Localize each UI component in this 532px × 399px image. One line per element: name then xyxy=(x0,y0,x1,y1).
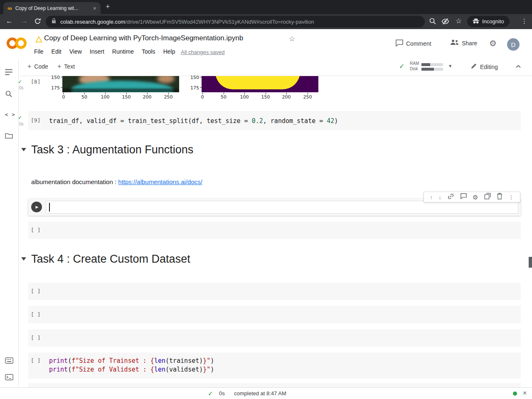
plus-icon: + xyxy=(57,63,61,70)
code-cell[interactable]: [ ] xyxy=(28,283,521,300)
comment-button[interactable]: Comment xyxy=(396,39,431,48)
star-notebook-icon[interactable]: ☆ xyxy=(289,34,295,43)
menu-view[interactable]: View xyxy=(69,48,82,55)
share-button[interactable]: Share xyxy=(450,39,477,47)
disk-usage-fill xyxy=(421,68,434,71)
move-cell-down-icon[interactable]: ↓ xyxy=(438,195,441,200)
text-cursor xyxy=(49,203,50,212)
browser-menu-icon[interactable]: ⋮ xyxy=(521,17,527,25)
move-cell-up-icon[interactable]: ↑ xyxy=(430,195,433,200)
resources-caret-icon[interactable]: ▾ xyxy=(449,63,452,69)
incognito-badge[interactable]: Incognito xyxy=(467,16,510,27)
menu-help[interactable]: Help xyxy=(163,48,175,55)
reload-icon[interactable] xyxy=(34,18,41,27)
account-avatar[interactable]: D xyxy=(507,38,520,51)
tick-mark xyxy=(202,93,203,94)
code-editor[interactable]: print(f"Size of Trainset : {len(trainset… xyxy=(49,357,214,374)
close-status-icon[interactable]: × xyxy=(523,389,527,397)
tick-mark xyxy=(126,93,127,94)
code-snippets-icon[interactable]: < > xyxy=(5,112,15,118)
tab-title: Copy of Deep Learning wit... xyxy=(15,5,90,11)
collapse-toolbar-icon[interactable] xyxy=(515,63,522,72)
terminal-icon[interactable] xyxy=(5,374,13,382)
code-cell[interactable]: [ ] xyxy=(28,306,521,323)
keyboard-icon[interactable] xyxy=(5,357,13,365)
tick-mark xyxy=(61,87,62,88)
eye-off-icon[interactable] xyxy=(441,18,449,27)
colab-favicon-icon: ∞ xyxy=(7,5,12,11)
menu-file[interactable]: File xyxy=(34,48,44,55)
table-of-contents-icon[interactable] xyxy=(5,69,13,77)
tick-mark xyxy=(84,93,85,94)
tick-mark xyxy=(61,77,62,77)
x-tick-label: 100 xyxy=(99,94,111,100)
segmentation-mask-region xyxy=(215,76,300,89)
zoom-icon[interactable] xyxy=(429,17,436,27)
code-cell[interactable]: [9] train_df, valid_df = train_test_spli… xyxy=(28,111,521,130)
tick-mark xyxy=(308,93,308,94)
code-cell[interactable] xyxy=(28,383,521,387)
colab-logo-icon[interactable] xyxy=(6,35,27,53)
search-icon[interactable] xyxy=(5,90,12,99)
menu-tools[interactable]: Tools xyxy=(142,48,155,55)
files-folder-icon[interactable] xyxy=(5,133,13,140)
add-code-button[interactable]: + Code xyxy=(27,63,48,70)
markdown-paragraph: albumentation documentation : https://al… xyxy=(31,178,202,185)
mirror-cell-icon[interactable] xyxy=(484,193,491,201)
code-cell[interactable]: [ ] print(f"Size of Trainset : {len(trai… xyxy=(28,352,521,379)
colab-header: Copy of Deep Learning with PyTorch-Image… xyxy=(0,29,532,59)
x-tick-label: 0 xyxy=(196,94,209,100)
x-tick-label: 200 xyxy=(280,94,293,100)
runtime-status-check-icon: ✓ xyxy=(399,62,404,70)
ram-usage-bar[interactable] xyxy=(421,63,443,66)
copy-link-to-cell-icon[interactable] xyxy=(447,193,454,202)
y-tick-label: 175 xyxy=(50,85,60,91)
browser-tab[interactable]: ∞ Copy of Deep Learning wit... × xyxy=(3,2,101,14)
settings-gear-icon[interactable]: ⚙ xyxy=(489,38,497,48)
browser-tab-bar: ∞ Copy of Deep Learning wit... × + xyxy=(0,0,532,14)
execution-count-label[interactable]: [ ] xyxy=(31,335,40,341)
execution-count-label[interactable]: [ ] xyxy=(31,357,40,364)
editing-mode-button[interactable]: Editing xyxy=(470,63,498,71)
add-comment-icon[interactable] xyxy=(461,193,467,201)
delete-cell-icon[interactable] xyxy=(497,193,502,201)
back-icon[interactable]: ← xyxy=(6,17,13,25)
execution-count-label[interactable]: [ ] xyxy=(31,227,40,233)
ram-usage-fill xyxy=(421,63,430,66)
code-cell[interactable]: [ ] xyxy=(28,222,521,239)
execution-count-label[interactable]: [9] xyxy=(31,117,40,123)
code-editor[interactable]: train_df, valid_df = train_test_split(df… xyxy=(49,117,338,126)
code-editor[interactable] xyxy=(46,201,518,214)
tick-mark xyxy=(266,93,266,94)
editor-settings-gear-icon[interactable]: ⚙ xyxy=(473,194,478,200)
forward-icon[interactable]: → xyxy=(21,17,28,25)
add-text-button[interactable]: + Text xyxy=(57,63,75,70)
execution-count-label[interactable]: [ ] xyxy=(31,311,40,318)
left-sidebar-rail: < > xyxy=(0,59,19,386)
tab-close-icon[interactable]: × xyxy=(93,5,96,11)
run-cell-button[interactable]: ▶ xyxy=(31,202,42,212)
section-collapse-icon[interactable] xyxy=(21,148,26,151)
more-cell-actions-icon[interactable]: ⋮ xyxy=(509,195,514,200)
notebook-toolbar: + Code + Text ✓ RAM Disk ▾ Editing xyxy=(0,59,532,76)
tick-mark xyxy=(224,93,224,94)
execution-count-label[interactable]: [8] xyxy=(31,79,40,85)
menu-insert[interactable]: Insert xyxy=(90,48,104,55)
notebook-title[interactable]: Copy of Deep Learning with PyTorch-Image… xyxy=(44,34,243,42)
section-collapse-icon[interactable] xyxy=(21,257,26,261)
menu-edit[interactable]: Edit xyxy=(52,48,62,55)
scrollbar-thumb[interactable] xyxy=(529,257,532,268)
x-tick-label: 50 xyxy=(78,94,91,100)
menu-runtime[interactable]: Runtime xyxy=(112,48,134,55)
new-tab-button[interactable]: + xyxy=(106,2,110,11)
disk-usage-bar[interactable] xyxy=(421,68,443,71)
code-cell[interactable]: [ ] xyxy=(28,329,521,347)
tick-mark xyxy=(168,93,169,94)
resource-labels[interactable]: RAM Disk xyxy=(410,61,419,71)
plot-skin-region xyxy=(157,76,175,83)
bookmark-star-icon[interactable]: ☆ xyxy=(456,17,462,25)
save-status-link[interactable]: All changes saved xyxy=(181,49,225,55)
address-bar[interactable]: colab.research.google.com/drive/1rWbewUF… xyxy=(46,16,425,27)
execution-count-label[interactable]: [ ] xyxy=(31,288,40,294)
albumentations-docs-link[interactable]: https://albumentations.ai/docs/ xyxy=(118,178,202,185)
